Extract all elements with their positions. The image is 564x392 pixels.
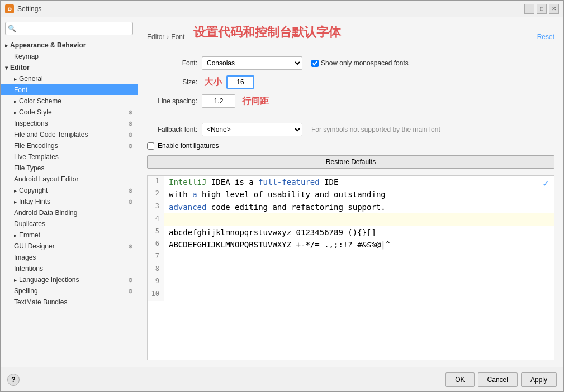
sidebar-item-label: Duplicates [14,220,45,228]
sidebar-item-label: Android Data Binding [14,209,77,217]
sidebar-item-duplicates[interactable]: Duplicates [1,218,138,230]
line-spacing-annotation: 行间距 [242,95,269,107]
line-spacing-input[interactable] [202,94,235,108]
sidebar-item-label: File and Code Templates [14,131,88,138]
preview-line-6: 6 ABCDEFGHIJKLMNOPQRSTUVWXYZ +-*/= .,;:!… [148,238,554,251]
breadcrumb: Editor › Font 设置代码和控制台默认字体 Reset [147,24,554,50]
sidebar-item-label: File Types [14,164,44,172]
badge-icon: ⚙ [128,109,133,116]
expand-arrow: ▾ [5,65,8,71]
checkmark-icon: ✓ [542,178,549,189]
sidebar-item-label: Code Style [19,108,52,116]
sidebar-item-color-scheme[interactable]: ▸ Color Scheme [1,95,138,107]
font-select[interactable]: Consolas [202,56,302,70]
line-content [164,289,178,301]
line-number: 7 [148,251,164,263]
sidebar-item-android-data-binding[interactable]: Android Data Binding [1,207,138,218]
app-icon: ⚙ [5,4,14,13]
sidebar-item-appearance[interactable]: ▸ Appearance & Behavior [1,40,138,51]
line-number: 2 [148,188,164,200]
sidebar-item-file-encodings[interactable]: File Encodings ⚙ [1,140,138,151]
fallback-hint: For symbols not supported by the main fo… [311,126,440,133]
font-row: Font: Consolas Show only monospaced font… [147,56,554,70]
line-number: 10 [148,289,164,301]
sidebar-item-label: Editor [10,64,30,71]
sidebar-item-keymap[interactable]: Keymap [1,51,138,62]
sidebar-item-label: Font [14,86,27,94]
sidebar-item-android-layout-editor[interactable]: Android Layout Editor [1,174,138,185]
sidebar-item-live-templates[interactable]: Live Templates [1,151,138,162]
ligatures-checkbox[interactable] [147,142,154,150]
sidebar-item-label: GUI Designer [14,242,55,250]
sidebar-item-general[interactable]: ▸ General [1,73,138,84]
badge-icon: ⚙ [128,121,133,127]
sidebar-item-images[interactable]: Images [1,252,138,263]
size-label: Size: [147,78,197,86]
sidebar-item-file-code-templates[interactable]: File and Code Templates ⚙ [1,129,138,140]
line-content: abcdefghijklmnopqrstuvwxyz 0123456789 ()… [164,226,381,238]
ok-button[interactable]: OK [445,372,474,387]
search-icon: 🔍 [8,25,16,32]
line-content [164,264,178,276]
fallback-label: Fallback font: [147,126,197,133]
reset-button[interactable]: Reset [537,33,554,41]
badge-icon: ⚙ [128,243,133,250]
sidebar-item-intentions[interactable]: Intentions [1,263,138,274]
expand-arrow: ▸ [14,188,17,194]
search-box[interactable]: 🔍 [5,22,133,35]
show-monospaced-label[interactable]: Show only monospaced fonts [311,59,409,67]
search-input[interactable] [5,22,133,35]
sidebar-item-label: Android Layout Editor [14,175,78,183]
code-preview: ✓ 1 IntelliJ IDEA is a full-featured IDE… [147,175,554,360]
sidebar-item-inspections[interactable]: Inspections ⚙ [1,118,138,129]
sidebar-item-label: TextMate Bundles [14,298,67,306]
line-spacing-label: Line spacing: [147,97,197,105]
help-button[interactable]: ? [7,374,20,386]
preview-line-3: 3 advanced code editing and refactoring … [148,201,554,213]
sidebar-item-label: General [19,75,43,83]
line-content [164,251,178,263]
divider [147,118,554,118]
cancel-button[interactable]: Cancel [478,372,518,387]
sidebar-item-textmate-bundles[interactable]: TextMate Bundles [1,297,138,308]
sidebar-item-emmet[interactable]: ▸ Emmet [1,230,138,241]
preview-line-8: 8 [148,264,554,276]
line-content: IntelliJ IDEA is a full-featured IDE [164,176,343,188]
sidebar-item-language-injections[interactable]: ▸ Language Injections ⚙ [1,274,138,285]
minimize-button[interactable]: — [524,4,534,14]
restore-defaults-button[interactable]: Restore Defaults [147,155,554,169]
sidebar-item-editor[interactable]: ▾ Editor [1,62,138,73]
sidebar-item-inlay-hints[interactable]: ▸ Inlay Hints ⚙ [1,196,138,207]
sidebar: 🔍 ▸ Appearance & Behavior Keymap ▾ Edito… [1,17,138,367]
show-monospaced-text: Show only monospaced fonts [321,59,409,67]
sidebar-item-label: Appearance & Behavior [10,41,86,49]
show-monospaced-checkbox[interactable] [311,60,319,67]
expand-arrow: ▸ [14,199,17,205]
line-number: 8 [148,264,164,276]
sidebar-item-code-style[interactable]: ▸ Code Style ⚙ [1,107,138,118]
line-content [164,213,178,226]
maximize-button[interactable]: □ [537,4,547,14]
breadcrumb-editor: Editor [147,33,164,41]
sidebar-item-font[interactable]: Font [1,84,138,95]
line-number: 3 [148,201,164,213]
window-title: Settings [17,5,524,13]
line-content: advanced code editing and refactoring su… [164,201,390,213]
line-spacing-row: Line spacing: 行间距 [147,94,554,108]
sidebar-item-copyright[interactable]: ▸ Copyright ⚙ [1,185,138,196]
size-annotation: 大小 [204,77,222,88]
preview-line-5: 5 abcdefghijklmnopqrstuvwxyz 0123456789 … [148,226,554,238]
size-input[interactable] [226,75,254,89]
title-bar: ⚙ Settings — □ ✕ [1,1,563,17]
sidebar-item-gui-designer[interactable]: GUI Designer ⚙ [1,241,138,252]
sidebar-item-spelling[interactable]: Spelling ⚙ [1,285,138,297]
sidebar-item-file-types[interactable]: File Types [1,162,138,174]
line-content: ABCDEFGHIJKLMNOPQRSTUVWXYZ +-*/= .,;:!? … [164,238,395,251]
close-button[interactable]: ✕ [549,4,559,14]
size-row: Size: 大小 [147,75,554,89]
apply-button[interactable]: Apply [521,372,557,387]
fallback-select[interactable]: <None> [202,123,302,136]
breadcrumb-separator: › [167,33,169,41]
sidebar-item-label: Live Templates [14,153,59,161]
preview-line-1: 1 IntelliJ IDEA is a full-featured IDE [148,176,554,188]
